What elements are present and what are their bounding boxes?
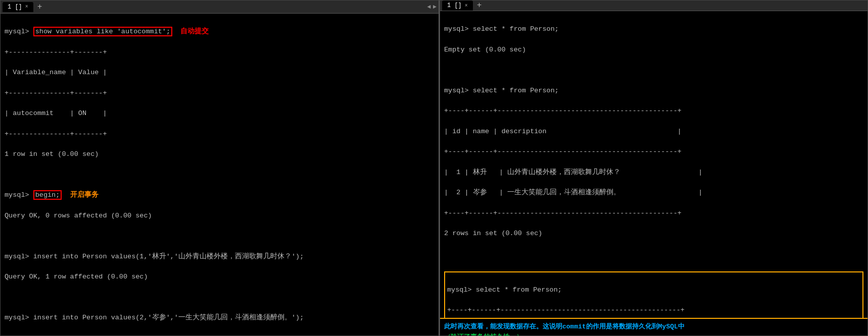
r-line-2: Empty set (0.00 sec) (444, 45, 863, 55)
line-16: Query OK, 1 row affected (0.00 sec) (5, 333, 435, 335)
right-active-tab[interactable]: 1 [] × (442, 1, 473, 11)
r-line-14: +----+------+---------------------------… (447, 305, 860, 315)
show-variables-cmd: show variables like 'autocommit'; (33, 27, 172, 36)
r-line-3 (444, 65, 863, 75)
right-tab-close[interactable]: × (465, 3, 468, 9)
r-line-4: mysql> select * from Person; (444, 86, 863, 96)
right-terminal-content: mysql> select * from Person; Empty set (… (440, 11, 867, 318)
line-14 (5, 293, 435, 303)
left-tab-label: 1 [] (8, 4, 22, 11)
scroll-left-icon[interactable]: ◄ (427, 4, 431, 11)
line-12: mysql> insert into Person values(1,'林升',… (5, 252, 435, 262)
line-3: | Variable_name | Value | (5, 68, 435, 78)
line-13: Query OK, 1 row affected (0.00 sec) (5, 272, 435, 282)
line-9: mysql> begin; 开启事务 (5, 190, 435, 200)
r-line-11: 2 rows in set (0.00 sec) (444, 229, 863, 239)
right-tab-label: 1 [] (447, 2, 462, 9)
yellow-box-section: mysql> select * from Person; +----+-----… (444, 271, 863, 318)
line-5: | autocommit | ON | (5, 108, 435, 119)
line-6: +---------------+-------+ (5, 129, 435, 139)
left-active-tab[interactable]: 1 [] × (3, 2, 33, 12)
autocommit-label: 自动提交 (180, 28, 209, 35)
left-terminal-panel: 1 [] × + ◄ ► mysql> show variables like … (0, 0, 440, 336)
line-2: +---------------+-------+ (5, 47, 435, 58)
right-bottom-annotation: 此时再次查看，能发现数据存在。这说明commit的作用是将数据持久化到MySQL… (444, 322, 863, 336)
bottom-paren-text: （验证了事务的持久性。） (444, 333, 523, 336)
left-tab-close[interactable]: × (25, 4, 28, 10)
begin-label: 开启事务 (70, 191, 99, 199)
line-8 (5, 170, 435, 180)
r-line-5: +----+------+---------------------------… (444, 106, 863, 116)
r-line-9: | 2 | 岑参 | 一生大笑能几回，斗酒相逢须醉倒。 | (444, 188, 863, 198)
scroll-right-icon[interactable]: ► (433, 4, 437, 11)
left-tab-add[interactable]: + (35, 3, 44, 12)
line-7: 1 row in set (0.00 sec) (5, 149, 435, 159)
line-4: +---------------+-------+ (5, 88, 435, 98)
right-tab-bar: 1 [] × + (440, 1, 867, 11)
line-11 (5, 231, 435, 241)
line-1: mysql> show variables like 'autocommit';… (5, 27, 435, 37)
right-terminal-panel: 1 [] × + mysql> select * from Person; Em… (440, 0, 868, 336)
r-line-7: +----+------+---------------------------… (444, 147, 863, 157)
line-15: mysql> insert into Person values(2,'岑参',… (5, 313, 435, 323)
begin-cmd: begin; (33, 190, 62, 200)
right-content-wrapper: mysql> select * from Person; Empty set (… (440, 11, 867, 336)
left-scroll-arrows: ◄ ► (427, 4, 437, 11)
left-tab-bar: 1 [] × + ◄ ► (1, 1, 439, 14)
r-line-10: +----+------+---------------------------… (444, 208, 863, 218)
r-line-6: | id | name | description | (444, 127, 863, 137)
r-line-12 (444, 249, 863, 259)
right-bottom-bar: 此时再次查看，能发现数据存在。这说明commit的作用是将数据持久化到MySQL… (440, 318, 867, 336)
line-10: Query OK, 0 rows affected (0.00 sec) (5, 211, 435, 221)
bottom-main-text: 此时再次查看，能发现数据存在。这说明commit的作用是将数据持久化到MySQL… (444, 323, 685, 330)
r-line-13: mysql> select * from Person; (447, 285, 860, 295)
r-line-8: | 1 | 林升 | 山外青山楼外楼，西湖歌舞几时休？ | (444, 167, 863, 178)
right-tab-add[interactable]: + (475, 1, 484, 10)
left-terminal-content: mysql> show variables like 'autocommit';… (1, 14, 439, 335)
r-line-1: mysql> select * from Person; (444, 24, 863, 34)
